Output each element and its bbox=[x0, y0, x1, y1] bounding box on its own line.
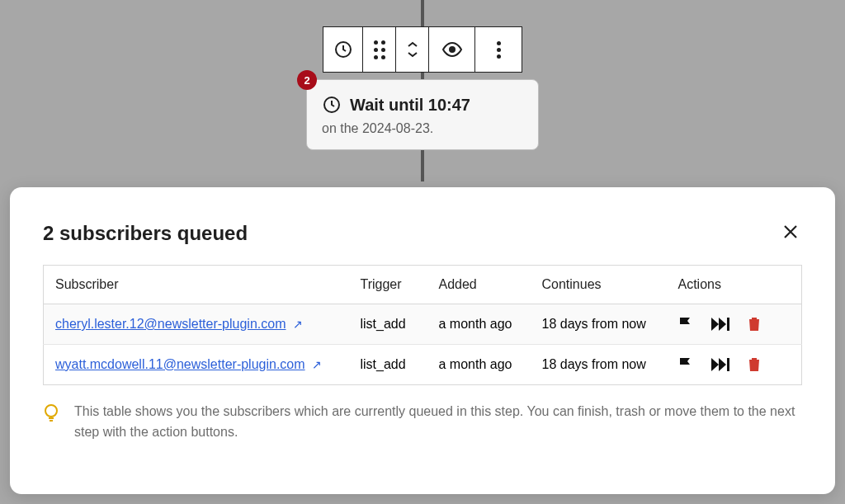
col-subscriber: Subscriber bbox=[44, 266, 349, 304]
subscriber-link[interactable]: cheryl.lester.12@newsletter-plugin.com bbox=[55, 317, 286, 331]
subscriber-link[interactable]: wyatt.mcdowell.11@newsletter-plugin.com bbox=[55, 357, 305, 371]
flag-icon bbox=[678, 316, 693, 332]
skip-forward-icon bbox=[711, 318, 729, 331]
step-subtitle: on the 2024-08-23. bbox=[322, 121, 523, 136]
external-link-icon: ↗ bbox=[312, 358, 322, 371]
close-button[interactable] bbox=[779, 220, 802, 247]
close-icon bbox=[782, 224, 799, 240]
clock-icon bbox=[333, 40, 353, 59]
grip-icon bbox=[374, 40, 385, 59]
finish-button[interactable] bbox=[678, 356, 693, 373]
trash-icon bbox=[748, 357, 761, 372]
toolbar-reorder-button[interactable] bbox=[396, 27, 429, 72]
panel-title: 2 subscribers queued bbox=[43, 222, 248, 245]
cell-continues: 18 days from now bbox=[531, 345, 667, 385]
col-added: Added bbox=[427, 266, 531, 304]
skip-forward-icon bbox=[711, 358, 729, 371]
wait-step-card[interactable]: 2 Wait until 10:47 on the 2024-08-23. bbox=[306, 79, 539, 150]
skip-button[interactable] bbox=[711, 318, 729, 331]
clock-icon bbox=[322, 95, 342, 115]
kebab-icon bbox=[497, 41, 501, 45]
trash-button[interactable] bbox=[748, 357, 761, 372]
trash-icon bbox=[748, 317, 761, 332]
finish-button[interactable] bbox=[678, 316, 693, 332]
toolbar-preview-button[interactable] bbox=[429, 27, 475, 72]
chevron-down-icon bbox=[406, 50, 419, 59]
skip-button[interactable] bbox=[711, 358, 729, 371]
cell-added: a month ago bbox=[427, 345, 531, 385]
subscribers-table: Subscriber Trigger Added Continues Actio… bbox=[43, 265, 802, 385]
cell-continues: 18 days from now bbox=[531, 304, 667, 345]
eye-icon bbox=[441, 42, 463, 57]
hint-text: This table shows you the subscribers whi… bbox=[74, 402, 802, 443]
svg-point-1 bbox=[449, 46, 456, 53]
chevron-up-icon bbox=[406, 40, 419, 49]
step-toolbar bbox=[323, 26, 522, 73]
step-title: Wait until 10:47 bbox=[350, 96, 470, 115]
table-row: wyatt.mcdowell.11@newsletter-plugin.com … bbox=[44, 345, 802, 385]
queued-subscribers-panel: 2 subscribers queued Subscriber Trigger … bbox=[10, 187, 835, 494]
table-row: cheryl.lester.12@newsletter-plugin.com ↗… bbox=[44, 304, 802, 345]
cell-trigger: list_add bbox=[349, 345, 427, 385]
toolbar-more-button[interactable] bbox=[475, 27, 522, 72]
trash-button[interactable] bbox=[748, 317, 761, 332]
toolbar-clock-button[interactable] bbox=[323, 27, 363, 72]
col-continues: Continues bbox=[531, 266, 667, 304]
cell-trigger: list_add bbox=[349, 304, 427, 345]
svg-point-3 bbox=[45, 405, 57, 417]
flag-icon bbox=[678, 356, 693, 373]
queued-count-badge: 2 bbox=[297, 70, 317, 90]
col-trigger: Trigger bbox=[349, 266, 427, 304]
lightbulb-icon bbox=[43, 403, 59, 426]
cell-added: a month ago bbox=[427, 304, 531, 345]
external-link-icon: ↗ bbox=[293, 318, 303, 331]
toolbar-drag-handle[interactable] bbox=[363, 27, 396, 72]
col-actions: Actions bbox=[667, 266, 802, 304]
